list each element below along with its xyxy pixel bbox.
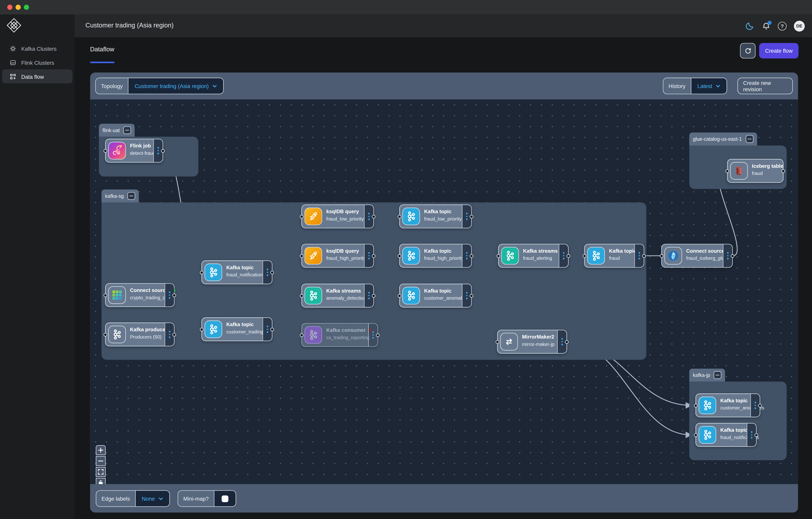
- node-kt-fraud-notifications[interactable]: Kafka topicfraud_notifications: [201, 261, 272, 284]
- output-handle[interactable]: [731, 254, 734, 257]
- input-handle[interactable]: [398, 294, 401, 297]
- input-handle[interactable]: [660, 254, 663, 257]
- node-type-label: Connect source: [130, 287, 168, 293]
- input-handle[interactable]: [104, 293, 107, 297]
- input-handle[interactable]: [300, 254, 303, 257]
- node-name: customer_anomalies: [424, 296, 460, 301]
- node-kt-fraud-low[interactable]: Kafka topicfraud_low_priority: [399, 205, 472, 228]
- node-iceberg-table[interactable]: Iceberg tablefraud: [727, 159, 784, 183]
- group-tab-kafka-jp: kafka-jp: [689, 369, 725, 381]
- node-name: fraud_notifications: [226, 272, 260, 277]
- notifications-bell-icon[interactable]: [762, 22, 771, 30]
- node-name: fraud_low_priority: [326, 216, 362, 221]
- node-cs-iceberg-glue[interactable]: Connect sourcefraud_iceberg_glue: [661, 244, 733, 268]
- node-cs-crypto[interactable]: Connect sourcecrypto_trading_dbz: [105, 283, 174, 307]
- node-jp-fraud-notifications[interactable]: Kafka topicfraud_notifications: [695, 423, 756, 447]
- kafka-teal-icon: [501, 247, 519, 265]
- input-handle[interactable]: [300, 333, 303, 337]
- node-type-label: Connect source: [686, 248, 725, 254]
- tab-dataflow[interactable]: Dataflow: [90, 45, 114, 53]
- node-type-label: Kafka streams: [326, 288, 361, 294]
- input-handle[interactable]: [398, 254, 401, 257]
- minimize-window-button[interactable]: [16, 5, 21, 10]
- input-handle[interactable]: [583, 254, 586, 257]
- node-kc-reporting[interactable]: Kafka consumercx_trading_reporting: [301, 323, 378, 347]
- node-kt-fraud[interactable]: Kafka topicfraud: [584, 244, 644, 268]
- dark-mode-icon[interactable]: [745, 21, 755, 31]
- top-header: Customer trading (Asia region) ? DE: [75, 14, 812, 37]
- collapse-group-button[interactable]: [746, 135, 753, 143]
- collapse-group-button[interactable]: [123, 126, 131, 134]
- node-name: cx_trading_reporting: [326, 335, 366, 340]
- maximize-window-button[interactable]: [24, 5, 29, 10]
- input-handle[interactable]: [694, 403, 697, 407]
- node-kt-customer-anomalies[interactable]: Kafka topiccustomer_anomalies: [399, 284, 472, 308]
- avatar[interactable]: DE: [794, 21, 805, 31]
- node-ks-alerting[interactable]: Kafka streamsfraud_alerting: [498, 244, 569, 268]
- mirror-icon: [500, 333, 518, 350]
- fit-icon: [98, 469, 104, 475]
- input-handle[interactable]: [726, 169, 729, 173]
- sidebar-item-label: Data flow: [21, 73, 44, 79]
- sidebar-item-flink-clusters[interactable]: Flink Clusters: [2, 56, 72, 69]
- input-handle[interactable]: [200, 271, 203, 274]
- input-handle[interactable]: [200, 328, 203, 331]
- node-flink-job[interactable]: Flink jobdetect-fraud: [105, 139, 163, 163]
- node-name: fraud_alerting: [523, 256, 557, 261]
- flow-icon: [9, 73, 17, 80]
- node-type-label: Flink job: [130, 143, 151, 149]
- node-ksql-high[interactable]: ksqlDB queryfraud_high_priority: [301, 244, 374, 268]
- input-handle[interactable]: [104, 149, 107, 152]
- input-handle[interactable]: [496, 340, 499, 343]
- node-mm2[interactable]: MirrorMaker2mirror-maker-jp: [497, 330, 567, 354]
- plus-icon: [98, 447, 104, 453]
- edge-labels-value[interactable]: None: [142, 495, 155, 501]
- revision-value[interactable]: Latest: [697, 83, 712, 89]
- collapse-group-button[interactable]: [127, 192, 135, 200]
- node-jp-customer-anomalies[interactable]: Kafka topiccustomer_anomalies: [695, 393, 760, 417]
- flow-canvas[interactable]: Flow topology flink-uatkafka-sgglue-cata…: [90, 99, 798, 484]
- history-label: History: [663, 78, 691, 94]
- plus-control-button[interactable]: [96, 445, 106, 455]
- node-ksql-low[interactable]: ksqlDB queryfraud_low_priority: [301, 205, 374, 228]
- node-kt-customer-trading[interactable]: Kafka topiccustomer_trading: [201, 317, 272, 341]
- minus-control-button[interactable]: [96, 456, 106, 466]
- close-window-button[interactable]: [7, 5, 12, 10]
- node-type-label: Kafka topic: [424, 248, 452, 254]
- create-flow-button[interactable]: Create flow: [759, 43, 799, 59]
- input-handle[interactable]: [694, 433, 697, 437]
- create-new-revision-button[interactable]: Create new revision: [737, 78, 793, 94]
- mosaic-icon: [108, 286, 126, 304]
- help-icon[interactable]: ?: [778, 22, 787, 30]
- collapse-group-button[interactable]: [714, 371, 721, 379]
- gear-icon: [9, 45, 17, 52]
- topology-selector[interactable]: Topology Customer trading (Asia region): [95, 78, 224, 94]
- node-type-label: Iceberg table: [752, 163, 783, 169]
- kafka-blue-icon: [402, 208, 420, 225]
- input-handle[interactable]: [398, 215, 401, 218]
- minus-icon: [98, 458, 104, 464]
- node-kp-producers[interactable]: Kafka producersProducers (50): [105, 323, 174, 346]
- input-handle[interactable]: [300, 294, 303, 297]
- kafka-blue-icon: [587, 247, 605, 265]
- refresh-button[interactable]: [740, 43, 756, 59]
- node-type-label: ksqlDB query: [326, 209, 359, 214]
- input-handle[interactable]: [497, 254, 500, 257]
- rocket-icon: [304, 208, 322, 225]
- node-kt-fraud-high[interactable]: Kafka topicfraud_high_priority: [399, 244, 472, 268]
- fit-control-button[interactable]: [96, 467, 106, 477]
- kafka-purple-icon: [304, 326, 322, 344]
- topology-value[interactable]: Customer trading (Asia region): [135, 83, 209, 89]
- input-handle[interactable]: [300, 215, 303, 218]
- edge-labels-label: Edge labels: [96, 491, 136, 507]
- sidebar-item-data-flow[interactable]: Data flow: [2, 69, 72, 83]
- sidebar-item-label: Kafka Clusters: [21, 45, 57, 51]
- minimap-label: Mini-map?: [178, 491, 214, 507]
- history-selector[interactable]: History Latest: [663, 78, 727, 94]
- minimap-checkbox[interactable]: [222, 495, 228, 502]
- node-name: crypto_trading_dbz: [130, 295, 163, 300]
- input-handle[interactable]: [104, 333, 107, 336]
- node-ks-anomaly[interactable]: Kafka streamsanomaly_detection: [301, 284, 374, 308]
- sidebar-item-kafka-clusters[interactable]: Kafka Clusters: [2, 41, 72, 56]
- edge-labels-selector[interactable]: Edge labels None: [96, 490, 170, 507]
